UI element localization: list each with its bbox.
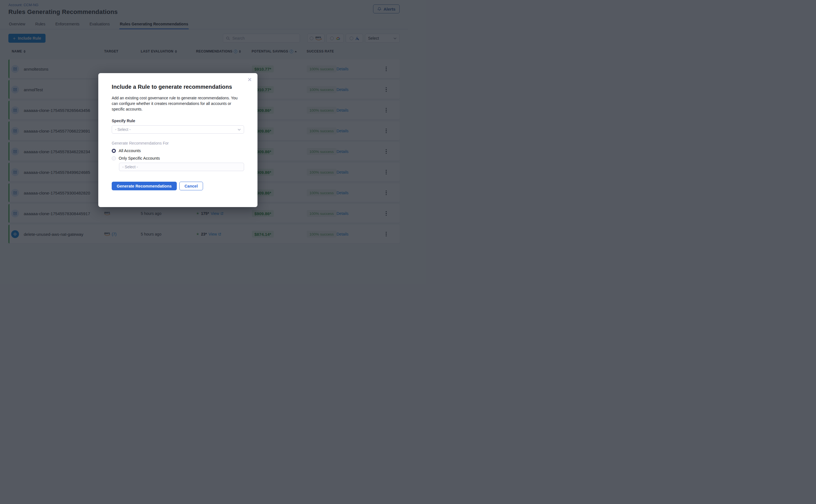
specific-accounts-select[interactable]: - Select - [119, 163, 244, 171]
cancel-button[interactable]: Cancel [179, 182, 203, 190]
close-icon[interactable]: ✕ [247, 77, 252, 82]
radio-unselected-icon[interactable] [112, 156, 116, 160]
modal-description: Add an existing cost governance rule to … [112, 95, 244, 112]
specify-rule-label: Specify Rule [112, 119, 244, 123]
rule-select[interactable]: - Select - [112, 125, 244, 134]
modal-actions: Generate Recommendations Cancel [112, 182, 244, 190]
generate-for-label: Generate Recommendations For [112, 141, 244, 145]
generate-recommendations-button[interactable]: Generate Recommendations [112, 182, 177, 190]
modal-title: Include a Rule to generate recommendatio… [112, 84, 244, 90]
radio-only-specific-accounts[interactable]: Only Specific Accounts [112, 156, 244, 160]
chevron-down-icon [238, 129, 241, 131]
radio-all-accounts[interactable]: All Accounts [112, 148, 244, 153]
include-rule-modal: ✕ Include a Rule to generate recommendat… [98, 73, 257, 207]
radio-selected-icon[interactable] [112, 149, 116, 153]
